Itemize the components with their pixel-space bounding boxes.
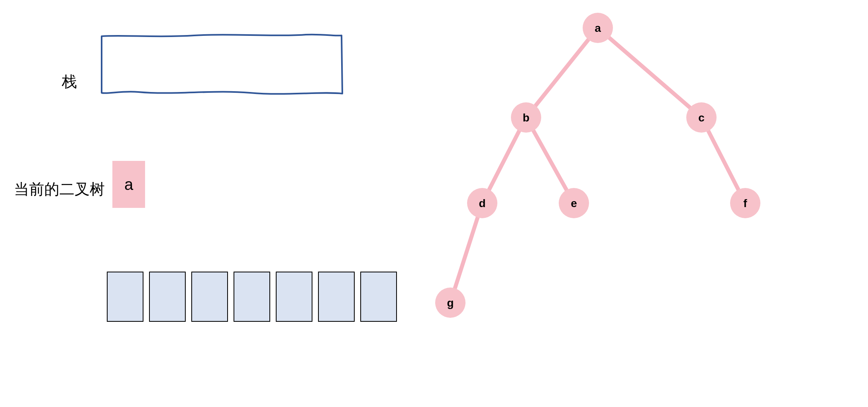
stack-box	[98, 31, 346, 102]
tree-edge	[489, 131, 519, 190]
binary-tree: abcdefg	[442, 8, 789, 335]
tree-node-f: f	[730, 188, 760, 218]
output-cell	[360, 272, 397, 322]
tree-node-g: g	[435, 288, 465, 318]
tree-edge	[708, 131, 738, 190]
tree-node-d: d	[467, 188, 497, 218]
output-row	[107, 272, 397, 322]
tree-node-label: e	[571, 197, 577, 209]
tree-edge	[536, 40, 589, 106]
current-node-value: a	[124, 176, 133, 194]
tree-node-c: c	[686, 102, 717, 133]
output-cell	[234, 272, 270, 322]
tree-node-label: a	[595, 22, 601, 34]
tree-node-label: b	[522, 112, 529, 124]
tree-edge	[609, 38, 690, 108]
current-tree-label: 当前的二叉树	[14, 179, 105, 200]
tree-edge	[534, 131, 567, 190]
tree-node-a: a	[583, 13, 613, 43]
tree-node-label: d	[479, 197, 485, 209]
output-cell	[191, 272, 228, 322]
stack-label: 栈	[62, 72, 77, 92]
output-cell	[149, 272, 186, 322]
tree-node-label: f	[743, 197, 747, 209]
tree-edge	[455, 217, 478, 288]
tree-node-b: b	[511, 102, 541, 133]
current-node-box: a	[112, 161, 145, 208]
output-cell	[276, 272, 312, 322]
tree-node-label: g	[447, 297, 454, 309]
output-cell	[318, 272, 355, 322]
output-cell	[107, 272, 143, 322]
tree-node-e: e	[559, 188, 589, 218]
tree-node-label: c	[698, 112, 705, 124]
